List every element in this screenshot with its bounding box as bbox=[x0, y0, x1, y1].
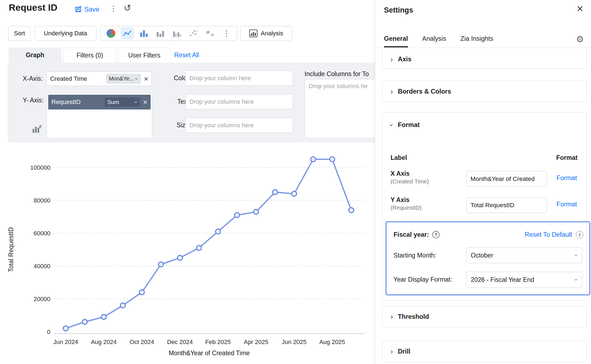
size-placeholder: Drop your columns here bbox=[190, 122, 254, 129]
help-icon[interactable]: ? bbox=[432, 231, 440, 238]
text-drop-target[interactable]: Drop your columns here bbox=[185, 94, 293, 109]
y-field-name: RequestID bbox=[51, 99, 102, 106]
settings-panel: Settings × General Analysis Zia Insights… bbox=[375, 0, 591, 364]
data-point-marker[interactable] bbox=[101, 314, 106, 319]
y-axis-format-link[interactable]: Format bbox=[556, 201, 577, 208]
x-function-dropdown[interactable]: Mon&Ye... › bbox=[106, 74, 141, 83]
settings-tab-analysis[interactable]: Analysis bbox=[422, 35, 446, 47]
data-point-marker[interactable] bbox=[197, 245, 202, 250]
y-tick-label: 60000 bbox=[34, 230, 50, 237]
column-chart-icon[interactable] bbox=[154, 28, 167, 39]
line-chart[interactable]: 020000400006000080000100000Jun 2024Aug 2… bbox=[0, 148, 383, 364]
scatter-chart-icon[interactable] bbox=[187, 28, 200, 39]
data-point-marker[interactable] bbox=[349, 208, 354, 213]
y-axis-title: Total RequestID bbox=[7, 227, 15, 272]
save-button[interactable]: Save bbox=[74, 5, 99, 13]
x-tick-label: Oct 2024 bbox=[130, 339, 154, 345]
x-tick-label: Feb 2025 bbox=[205, 339, 231, 345]
y-axis-row-label: Y Axis bbox=[391, 196, 409, 204]
chevron-down-icon: › bbox=[134, 78, 140, 80]
undo-icon[interactable]: ↺ bbox=[124, 3, 131, 13]
data-point-marker[interactable] bbox=[121, 303, 125, 308]
data-point-marker[interactable] bbox=[273, 190, 278, 195]
section-borders-colors-label: Borders & Colors bbox=[398, 88, 451, 95]
section-axis-header[interactable]: › Axis bbox=[391, 56, 411, 63]
more-options-icon[interactable]: ⋮ bbox=[110, 5, 117, 13]
help-glyph: ? bbox=[435, 232, 437, 237]
y-axis-options-icon[interactable] bbox=[32, 125, 42, 134]
settings-tab-general[interactable]: General bbox=[384, 35, 408, 47]
tab-filters-label: Filters (0) bbox=[76, 52, 103, 59]
info-icon[interactable]: i bbox=[576, 231, 583, 238]
data-point-marker[interactable] bbox=[216, 229, 220, 234]
section-format-header[interactable]: › Format bbox=[391, 121, 420, 129]
map-chart-icon[interactable] bbox=[204, 28, 216, 39]
reset-to-default-link[interactable]: Reset To Default bbox=[525, 231, 572, 238]
analysis-button[interactable]: Analysis bbox=[240, 26, 292, 41]
reset-all-link[interactable]: Reset All bbox=[174, 48, 199, 63]
more-chart-types-icon[interactable]: ⋮ bbox=[220, 28, 233, 39]
data-point-marker[interactable] bbox=[177, 255, 182, 260]
tab-graph-label: Graph bbox=[26, 51, 44, 59]
y-function-dropdown[interactable]: Sum › bbox=[104, 97, 140, 107]
x-field-remove-icon[interactable]: × bbox=[144, 75, 148, 82]
data-point-marker[interactable] bbox=[292, 191, 297, 196]
section-borders-colors[interactable]: › Borders & Colors bbox=[382, 81, 587, 102]
x-axis-label-input[interactable]: Month&Year of Created bbox=[466, 171, 547, 187]
tab-filters[interactable]: Filters (0) bbox=[63, 48, 116, 63]
x-axis-format-link[interactable]: Format bbox=[556, 174, 577, 182]
pie-chart-icon[interactable] bbox=[105, 28, 117, 39]
y-field-remove-icon[interactable]: × bbox=[143, 99, 147, 106]
line-chart-icon[interactable] bbox=[121, 28, 134, 39]
sort-label: Sort bbox=[14, 30, 25, 37]
reset-all-label: Reset All bbox=[174, 51, 199, 59]
y-axis-drop-area[interactable]: RequestID Sum › × bbox=[47, 93, 152, 138]
data-point-marker[interactable] bbox=[159, 262, 163, 267]
underlying-data-button[interactable]: Underlying Data bbox=[35, 26, 96, 41]
data-point-marker[interactable] bbox=[254, 209, 259, 214]
data-point-marker[interactable] bbox=[63, 326, 68, 331]
fiscal-year-row: Fiscal year: ? bbox=[394, 231, 440, 238]
chevron-down-icon: › bbox=[574, 255, 579, 256]
section-threshold[interactable]: › Threshold bbox=[382, 306, 587, 327]
line-chart-glyph bbox=[123, 29, 132, 37]
x-function-value: Mon&Ye... bbox=[109, 76, 134, 82]
format-column-header: Format bbox=[556, 154, 578, 161]
y-function-value: Sum bbox=[107, 99, 119, 105]
color-drop-target[interactable]: Drop your column here bbox=[185, 71, 293, 86]
data-point-marker[interactable] bbox=[311, 157, 316, 162]
y-axis-field-pill[interactable]: RequestID Sum › × bbox=[48, 95, 151, 109]
analysis-label: Analysis bbox=[261, 30, 283, 37]
bar-chart-icon[interactable] bbox=[138, 28, 150, 39]
starting-month-dropdown[interactable]: October › bbox=[466, 247, 582, 263]
tab-graph[interactable]: Graph bbox=[8, 48, 62, 63]
kebab-glyph: ⋮ bbox=[223, 30, 230, 37]
section-drill[interactable]: › Drill bbox=[382, 341, 587, 362]
settings-gear-icon[interactable]: ⚙ bbox=[576, 34, 584, 44]
section-axis[interactable]: › Axis bbox=[382, 48, 587, 69]
sort-button[interactable]: Sort bbox=[8, 26, 31, 41]
stacked-bar-chart-icon[interactable] bbox=[171, 28, 183, 39]
x-tick-label: Aug 2025 bbox=[319, 339, 345, 345]
data-point-marker[interactable] bbox=[330, 157, 335, 162]
y-tick-label: 80000 bbox=[34, 197, 50, 204]
chevron-down-icon: › bbox=[574, 279, 579, 281]
data-point-marker[interactable] bbox=[235, 213, 240, 218]
close-icon[interactable]: × bbox=[576, 2, 583, 15]
starting-month-label: Starting Month: bbox=[394, 252, 436, 259]
settings-tab-zia-insights[interactable]: Zia Insights bbox=[460, 35, 493, 47]
pie-chart-glyph bbox=[107, 29, 115, 38]
chevron-right-icon: › bbox=[391, 56, 393, 63]
tab-user-filters[interactable]: User Filters bbox=[118, 48, 171, 63]
bar-chart-glyph bbox=[140, 29, 148, 37]
analysis-icon bbox=[249, 30, 257, 37]
y-axis-label-input[interactable]: Total RequestID bbox=[466, 197, 547, 213]
include-columns-label: Include Columns for To bbox=[305, 70, 369, 78]
x-tick-label: Jun 2025 bbox=[282, 339, 307, 345]
x-tick-label: Apr 2025 bbox=[244, 339, 268, 345]
data-point-marker[interactable] bbox=[139, 290, 144, 295]
x-axis-field-pill[interactable]: Created Time Mon&Ye... › × bbox=[47, 71, 152, 86]
year-display-format-dropdown[interactable]: 2026 - Fiscal Year End › bbox=[466, 272, 582, 288]
size-drop-target[interactable]: Drop your columns here bbox=[185, 118, 293, 133]
data-point-marker[interactable] bbox=[82, 319, 87, 324]
